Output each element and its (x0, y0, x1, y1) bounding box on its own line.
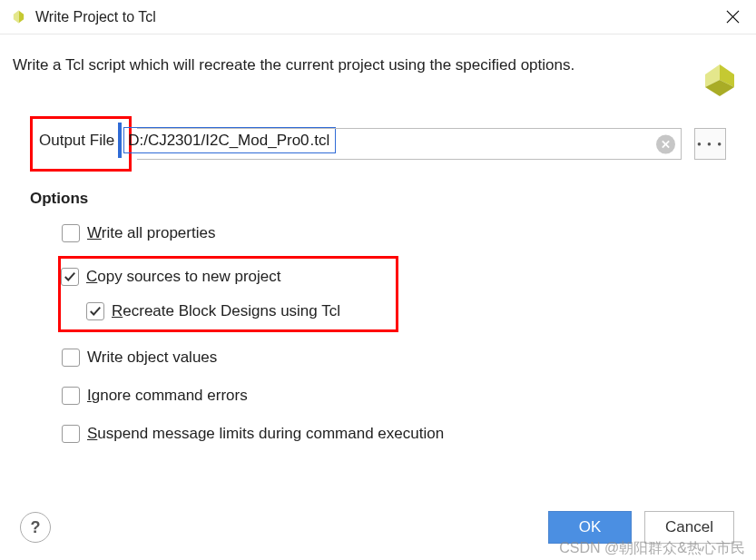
option-copy-sources[interactable]: Copy sources to new project (61, 264, 379, 290)
svg-marker-0 (19, 10, 25, 23)
checkbox-copy-sources[interactable] (61, 268, 79, 286)
logo-icon (702, 62, 738, 98)
option-label: Write all properties (87, 224, 215, 242)
option-label: Ignore command errors (87, 387, 248, 405)
option-ignore-command-errors[interactable]: Ignore command errors (62, 383, 726, 408)
option-write-object-values[interactable]: Write object values (62, 345, 726, 370)
ok-button[interactable]: OK (548, 511, 632, 544)
window-title: Write Project to Tcl (35, 9, 156, 25)
cancel-button[interactable]: Cancel (644, 511, 734, 544)
svg-marker-1 (14, 10, 19, 23)
highlight-copy-sources-group: Copy sources to new project Recreate Blo… (58, 256, 398, 332)
checkbox-suspend[interactable] (62, 425, 80, 443)
help-button[interactable]: ? (20, 512, 51, 543)
option-suspend-message-limits[interactable]: Suspend message limits during command ex… (62, 421, 726, 447)
option-label: Suspend message limits during command ex… (87, 425, 444, 443)
option-label: Write object values (87, 349, 217, 367)
clear-icon[interactable] (656, 134, 675, 153)
titlebar: Write Project to Tcl (0, 0, 756, 34)
checkbox-recreate-bd[interactable] (86, 302, 104, 320)
checkbox-write-obj[interactable] (62, 349, 80, 367)
option-write-all-properties[interactable]: Write all properties (62, 221, 726, 246)
bottom-bar: ? OK Cancel (0, 511, 756, 544)
dialog-body: Write a Tcl script which will recreate t… (0, 34, 756, 447)
highlight-output-file: Output File D:/CJ2301/I2C_Mod_Pro0.tcl (30, 116, 132, 172)
option-label: Recreate Block Designs using Tcl (112, 302, 340, 320)
close-button[interactable] (718, 2, 747, 31)
app-icon (11, 9, 26, 25)
checkbox-write-all[interactable] (62, 224, 80, 242)
option-label: Copy sources to new project (86, 268, 281, 286)
options-header: Options (30, 190, 726, 208)
option-recreate-block-designs[interactable]: Recreate Block Designs using Tcl (86, 299, 379, 324)
output-file-field-extended[interactable] (137, 128, 682, 160)
browse-button[interactable]: ● ● ● (694, 128, 726, 160)
description-text: Write a Tcl script which will recreate t… (13, 54, 574, 74)
checkbox-ignore-err[interactable] (62, 387, 80, 405)
output-file-label: Output File (39, 132, 114, 150)
output-file-row: Output File D:/CJ2301/I2C_Mod_Pro0.tcl ●… (30, 116, 726, 172)
